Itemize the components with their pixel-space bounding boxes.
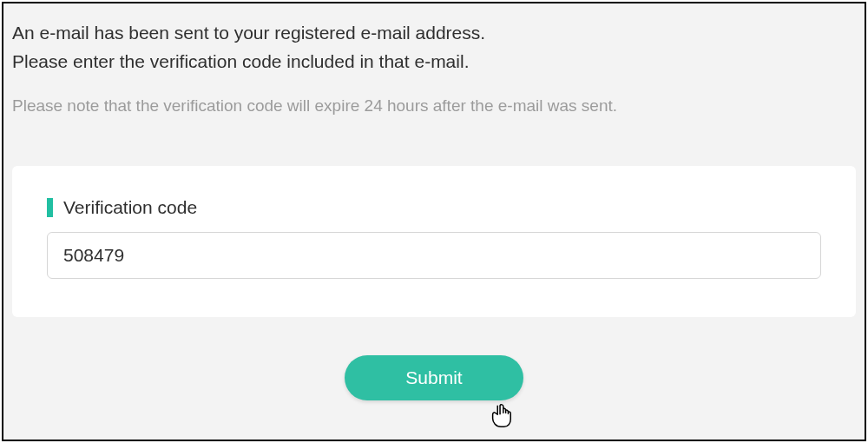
verification-card: Verification code	[12, 166, 856, 317]
instruction-line-2: Please enter the verification code inclu…	[12, 48, 856, 76]
expiry-note: Please note that the verification code w…	[12, 96, 856, 116]
accent-bar-icon	[47, 198, 53, 217]
instruction-line-1: An e-mail has been sent to your register…	[12, 19, 856, 48]
verification-code-input[interactable]	[47, 232, 821, 279]
field-label-row: Verification code	[47, 197, 821, 218]
pointer-cursor-icon	[488, 403, 514, 429]
verification-dialog: An e-mail has been sent to your register…	[2, 2, 866, 441]
submit-button[interactable]: Submit	[345, 355, 523, 400]
verification-code-label: Verification code	[63, 197, 197, 218]
submit-row: Submit	[12, 355, 856, 400]
